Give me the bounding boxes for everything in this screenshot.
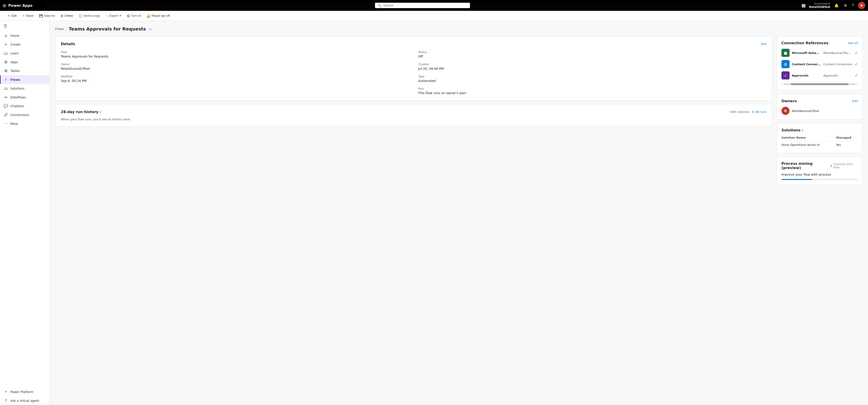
sidebar-item-dataflows[interactable]: ↔ Dataflows: [0, 93, 50, 102]
nav-left: ⊞ Power Apps: [3, 3, 43, 8]
solutions-col-name: Solution Name: [781, 136, 836, 141]
all-runs-label: All runs: [755, 110, 767, 113]
delete-button[interactable]: 🗑 Delete: [58, 13, 75, 19]
details-card-header: Details Edit: [61, 42, 767, 46]
avatar[interactable]: R: [858, 2, 865, 9]
save-as-label: Save As: [44, 14, 55, 18]
turn-on-button[interactable]: ⏻ Turn on: [125, 13, 143, 19]
detail-status: Status Off: [418, 50, 767, 58]
conn-icon-content: ⊞: [781, 60, 789, 68]
conn-status-2: ✓: [855, 73, 858, 78]
sidebar-item-apps[interactable]: ⊞ Apps: [0, 58, 50, 66]
waffle-icon[interactable]: ⊞: [3, 3, 6, 8]
owner-item: R RetailAuroraCIPool: [781, 107, 858, 115]
solutions-header: Solutions ℹ: [781, 128, 858, 132]
conn-name-1: Content Conversi…: [792, 63, 821, 66]
sidebar-item-home[interactable]: ⌂ Home: [0, 31, 50, 40]
process-mining-info-icon[interactable]: ℹ: [831, 164, 832, 168]
help-button[interactable]: ?: [851, 2, 855, 8]
sidebar-item-learn[interactable]: 📖 Learn: [0, 49, 50, 58]
chatbots-icon: 💬: [4, 104, 8, 108]
process-mining-content: Improve your flow with process: [781, 173, 858, 176]
owner-label: Owner: [61, 63, 409, 66]
sidebar-item-more[interactable]: ··· More: [0, 119, 50, 128]
owners-edit-link[interactable]: Edit: [852, 99, 858, 103]
learn-icon: 📖: [4, 51, 8, 55]
save-as-button[interactable]: 💾 Save As: [37, 13, 57, 19]
premium-icon: ◇: [149, 27, 152, 31]
save-as-icon: 💾: [39, 14, 43, 18]
conn-scrollbar-thumb: [791, 83, 848, 85]
detail-type: Type Automated: [418, 75, 767, 82]
sidebar-item-power-platform[interactable]: ⚡ Power Platform: [0, 387, 50, 396]
export-button[interactable]: ↔ Export ▼: [103, 13, 124, 19]
solutions-col-managed: Managed: [836, 136, 858, 141]
process-mining-header: Process mining (preview) ℹ Improve your …: [781, 161, 858, 170]
sidebar-collapse-button[interactable]: ☰: [0, 21, 50, 31]
sidebar-item-solutions[interactable]: 🗂 Solutions: [0, 84, 50, 93]
conn-ref-header: Connection References See all: [781, 41, 858, 45]
settings-button[interactable]: ⚙: [843, 2, 848, 8]
sidebar-label-learn: Learn: [10, 52, 19, 55]
share-label: Share: [26, 14, 34, 18]
details-edit-link[interactable]: Edit: [761, 42, 767, 45]
owner-value: RetailAuroraCIPool: [61, 67, 409, 70]
scroll-left-arrow[interactable]: ‹: [781, 82, 782, 86]
solutions-icon: 🗂: [4, 86, 8, 91]
notifications-button[interactable]: 🔔: [833, 2, 840, 8]
nav-right: 🏢 Environment RetailSOATest 🔔 ⚙ ? R: [801, 2, 865, 9]
sidebar-label-more: More: [10, 122, 18, 126]
scroll-right-arrow[interactable]: ›: [857, 82, 858, 86]
all-runs-link[interactable]: ↻ All runs: [752, 110, 767, 114]
process-mining-card: Process mining (preview) ℹ Improve your …: [777, 157, 863, 185]
power-platform-icon: ⚡: [4, 390, 8, 394]
edit-button[interactable]: ✏ Edit: [5, 13, 19, 19]
send-copy-button[interactable]: 📋 Send a copy: [76, 13, 102, 19]
flow-value: Teams Approvals for Requests: [61, 55, 409, 58]
plan-label: Plan: [418, 87, 767, 90]
conn-icon-dataverse: ●: [781, 49, 789, 57]
owner-name: RetailAuroraCIPool: [792, 109, 819, 113]
solution-row-0: Store Operations Assist UI Yes: [781, 141, 858, 148]
solutions-info-icon[interactable]: ℹ: [802, 129, 803, 132]
main-layout: ☰ ⌂ Home + Create 📖 Learn ⊞ Apps ⊞ Table…: [0, 21, 868, 405]
run-history-actions: Edit columns ↻ All runs: [730, 110, 767, 114]
conn-detail-0: RetailAuroraCIPool@RetailCP…: [823, 51, 852, 55]
share-icon: ↗: [22, 14, 25, 18]
env-label: Environment: [809, 2, 830, 5]
run-history-info-icon[interactable]: ℹ: [100, 110, 101, 113]
process-mining-title: Process mining (preview): [781, 161, 829, 170]
share-button[interactable]: ↗ Share: [20, 13, 36, 19]
sidebar-item-ask-virtual-agent[interactable]: ? Ask a virtual agent: [0, 396, 50, 405]
solutions-table: Solution Name Managed Store Operations A…: [781, 136, 858, 148]
environment-info: Environment RetailSOATest: [809, 2, 830, 8]
improve-flow-link[interactable]: Improve your flow: [833, 162, 858, 169]
environment-icon: 🏢: [801, 3, 806, 8]
sidebar-item-create[interactable]: + Create: [0, 40, 50, 49]
sidebar-item-chatbots[interactable]: 💬 Chatbots: [0, 102, 50, 110]
edit-columns-link[interactable]: Edit columns: [730, 110, 749, 113]
run-history-title: 28-day run history ℹ: [61, 110, 101, 114]
conn-item-1: ⊞ Content Conversi… Content Conversion ✓: [781, 60, 858, 68]
search-bar[interactable]: 🔍: [375, 3, 470, 8]
conn-detail-1: Content Conversion: [823, 63, 852, 66]
cards-row: Details Edit Flow Teams Approvals for Re…: [55, 36, 863, 185]
more-icon: ···: [4, 122, 8, 126]
see-all-link[interactable]: See all: [848, 41, 858, 45]
conn-status-1: ✓: [855, 62, 858, 66]
detail-modified: Modified Sep 6, 05:24 PM: [61, 75, 409, 82]
repair-tips-button[interactable]: 🔔 Repair tips off: [144, 13, 172, 19]
search-input[interactable]: [383, 4, 467, 7]
env-name: RetailSOATest: [809, 5, 830, 8]
sidebar-item-connections[interactable]: 🔗 Connections: [0, 110, 50, 119]
dataflows-icon: ↔: [4, 95, 8, 99]
solution-name-0: Store Operations Assist UI: [781, 141, 836, 148]
solutions-title: Solutions: [781, 128, 800, 132]
conn-scrollbar: [783, 83, 856, 85]
owners-title: Owners: [781, 99, 797, 103]
sidebar-item-tables[interactable]: ⊞ Tables: [0, 66, 50, 75]
create-icon: +: [4, 42, 8, 46]
breadcrumb-flows-link[interactable]: Flows: [55, 27, 64, 31]
sidebar-item-flows[interactable]: ⚡ Flows: [0, 75, 50, 84]
type-value: Automated: [418, 79, 767, 82]
